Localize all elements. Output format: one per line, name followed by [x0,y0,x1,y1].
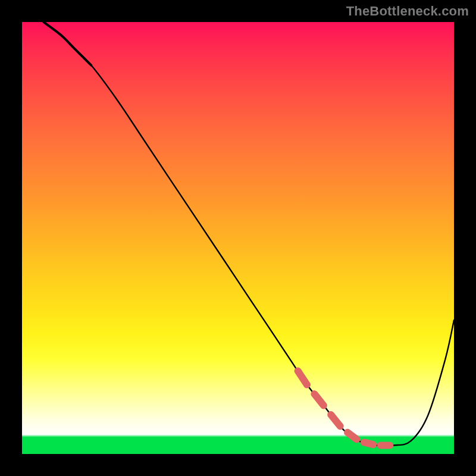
curve-drop-segment [43,22,91,65]
optimal-range-marker [298,371,390,445]
optimal-range-dash [331,415,340,426]
optimal-range-dash [314,394,324,405]
plot-area [22,22,454,454]
curve-overlay [22,22,454,454]
optimal-range-dash [298,371,307,384]
chart-frame: TheBottleneck.com [0,0,476,476]
bottleneck-curve [43,22,454,446]
optimal-range-dash [347,433,356,440]
watermark-text: TheBottleneck.com [346,4,469,19]
optimal-range-dash [364,442,373,444]
